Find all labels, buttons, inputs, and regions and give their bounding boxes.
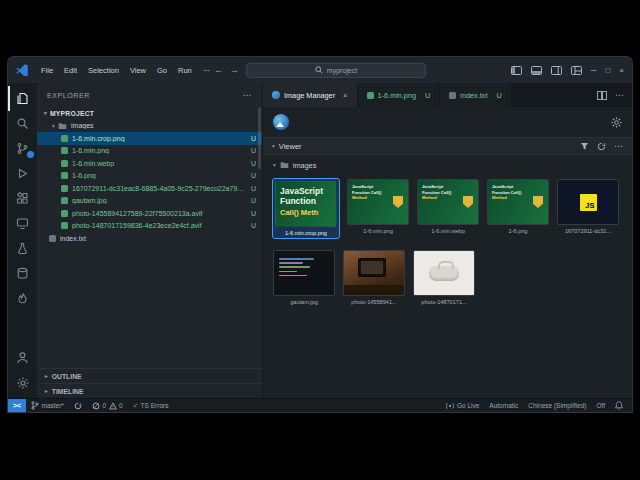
menu-run[interactable]: Run [173,64,197,77]
ts-errors-item[interactable]: ✓ TS Errors [128,399,174,412]
close-icon[interactable]: × [343,91,347,100]
file-name: index.txt [60,235,256,242]
sync-icon [74,402,82,410]
banner-text: Call() Meth [280,208,332,217]
window-controls: ─ □ × [511,66,624,75]
tree-file-row[interactable]: 1-6.min.crop.png U [37,132,262,145]
chevron-right-icon: ▸ [45,373,48,379]
editor-area: Image Manager × 1-6.min.png U index.txt … [263,83,632,398]
image-card[interactable]: photo-14870171... [413,250,475,305]
search-sidebar-icon[interactable] [8,111,37,136]
menu-overflow[interactable]: ⋯ [198,64,216,77]
tree-file-row[interactable]: photo-1455894127589-22f75500213a.avif U [37,207,262,220]
image-card[interactable]: JS 167072911-dc31... [557,179,619,238]
language-mode-item[interactable]: Chinese (Simplified) [523,399,591,412]
more-actions-icon[interactable]: ⋯ [614,141,623,151]
refresh-icon[interactable] [597,142,606,151]
minimize-button[interactable]: ─ [591,66,597,75]
tree-file-row[interactable]: photo-1487017159836-4e23ece2e4cf.avif U [37,220,262,233]
vscode-logo-icon [16,64,28,76]
warning-count: 0 [119,402,123,409]
file-name: photo-1455894127589-22f75500213a.avif [72,210,246,217]
filter-icon[interactable] [580,142,589,151]
menu-edit[interactable]: Edit [59,64,82,77]
tab-label: index.txt [460,91,487,100]
tree-file-row[interactable]: gautam.jpg U [37,195,262,208]
menu-view[interactable]: View [125,64,151,77]
toggle-panel-icon[interactable] [531,66,542,75]
viewer-folder-images[interactable]: ▾ images [263,157,632,173]
problems-item[interactable]: 0 0 [87,399,128,412]
image-manager-logo-icon[interactable] [273,114,289,130]
file-name: 167072911-dc31eac8-6885-4a05-9c25-279eco… [72,185,246,192]
outline-section[interactable]: ▸ OUTLINE [37,368,262,383]
root-folder-name: MYPROJECT [50,110,256,117]
settings-gear-icon[interactable] [8,370,37,395]
settings-gear-icon[interactable] [611,117,622,128]
formatter-item[interactable]: Automatic [484,399,523,412]
sidebar-title: EXPLORER [47,92,90,99]
flame-icon[interactable] [8,286,37,311]
search-icon [315,66,323,74]
image-card[interactable]: gautam.jpg [273,250,335,305]
tab-1-6-min-png[interactable]: 1-6.min.png U [358,83,441,107]
tree-file-row[interactable]: 1-6.min.png U [37,145,262,158]
branch-name: master* [42,402,64,409]
account-icon[interactable] [8,345,37,370]
ts-errors-label: TS Errors [141,402,169,409]
maximize-button[interactable]: □ [605,66,610,75]
split-editor-icon[interactable] [597,91,607,100]
tab-index-txt[interactable]: index.txt U [440,83,511,107]
image-card[interactable]: JavaScript Function Call() Method 1-6.pn… [487,179,549,238]
command-center-search[interactable]: myproject [246,63,426,78]
git-untracked-badge: U [497,91,502,100]
customize-layout-icon[interactable] [571,66,582,75]
viewer-section-header[interactable]: ▾ Viewer ⋯ [263,137,632,155]
remote-indicator[interactable]: >< [8,399,26,412]
remote-explorer-icon[interactable] [8,211,37,236]
image-caption: 1-6.min.png [347,228,409,234]
notifications-item[interactable] [610,399,628,412]
source-control-icon[interactable] [8,136,37,161]
timeline-section[interactable]: ▸ TIMELINE [37,383,262,398]
image-card[interactable]: JavaScript Function Call() Method 1-6.mi… [417,179,479,238]
image-file-icon [367,92,374,99]
toggle-off-item[interactable]: Off [591,399,610,412]
more-actions-icon[interactable]: ⋯ [615,90,624,100]
explorer-icon[interactable] [8,86,37,111]
tree-file-row[interactable]: 167072911-dc31eac8-6885-4a05-9c25-279eco… [37,182,262,195]
viewer-actions: ⋯ [580,141,623,151]
close-button[interactable]: × [619,66,624,75]
tree-folder-images[interactable]: ▾ images [37,120,262,133]
testing-icon[interactable] [8,236,37,261]
image-card[interactable]: photo-14558941... [343,250,405,305]
back-arrow-icon[interactable]: ← [214,65,223,75]
image-card-selected[interactable]: JavaScript Function Call() Meth 1-6.min.… [273,179,339,238]
database-icon[interactable] [8,261,37,286]
menu-go[interactable]: Go [152,64,172,77]
image-file-icon [61,160,68,167]
command-center: ← → myproject [214,57,426,83]
thumbnail-image [273,250,335,296]
menu-selection[interactable]: Selection [83,64,124,77]
sidebar-scrollbar[interactable] [258,107,261,169]
explorer-more-actions-icon[interactable]: ⋯ [242,90,252,100]
image-card[interactable]: JavaScript Function Call() Method 1-6.mi… [347,179,409,238]
extensions-icon[interactable] [8,186,37,211]
run-debug-icon[interactable] [8,161,37,186]
thumbnail-image: JavaScript Function Call() Method [347,179,409,225]
explorer-sidebar: EXPLORER ⋯ ▾ MYPROJECT ▾ images 1-6.min.… [37,83,263,398]
go-live-item[interactable]: Go Live [441,399,484,412]
tree-root-myproject[interactable]: ▾ MYPROJECT [37,107,262,120]
toggle-secondary-sidebar-icon[interactable] [551,66,562,75]
tree-file-index-txt[interactable]: index.txt [37,232,262,245]
git-branch-item[interactable]: master* [26,399,69,412]
tree-file-row[interactable]: 1-6.min.webp U [37,157,262,170]
activity-bar [8,83,37,398]
menu-file[interactable]: File [36,64,58,77]
forward-arrow-icon[interactable]: → [230,65,239,75]
sync-item[interactable] [69,399,87,412]
tree-file-row[interactable]: 1-6.png U [37,170,262,183]
toggle-sidebar-icon[interactable] [511,66,522,75]
tab-image-manager[interactable]: Image Manager × [263,83,358,107]
